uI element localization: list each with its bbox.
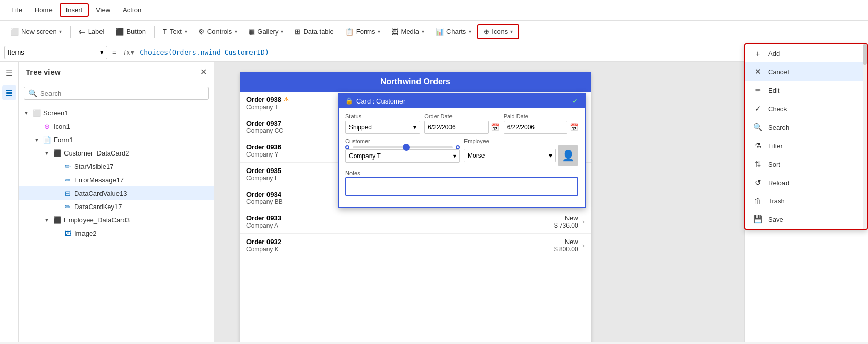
order-row-0933[interactable]: Order 0933 Company A New $ 736.00 ›: [240, 210, 591, 234]
tree-view: ▼ ⬜ Screen1 ▶ ⊕ Icon1 ▼ 📄 Form1 ▼ ⬛ Cust…: [19, 104, 214, 342]
tree-item-customer-datacard2[interactable]: ▼ ⬛ Customer_DataCard2: [19, 146, 214, 160]
tree-item-starvisible17[interactable]: ▶ ✏ StarVisible17: [19, 160, 214, 173]
hamburger-icon-button[interactable]: ☰: [2, 66, 16, 80]
order-status-0933: New $ 736.00: [554, 214, 578, 229]
menu-action[interactable]: Action: [118, 4, 146, 16]
sidebar-search-icon: 🔍: [28, 89, 37, 97]
dropdown-item-search[interactable]: 🔍 Search: [745, 118, 867, 136]
app-canvas: Northwind Orders Order 0938 ⚠ Company T …: [240, 72, 591, 342]
new-screen-button[interactable]: ⬜ New screen ▾: [5, 25, 67, 38]
property-select[interactable]: Items ▾: [4, 46, 107, 59]
media-label: Media: [401, 28, 419, 36]
text-button[interactable]: T Text ▾: [158, 25, 192, 38]
dropdown-item-reload-label: Reload: [768, 179, 789, 187]
dropdown-item-check[interactable]: ✓ Check: [745, 99, 867, 118]
toolbar-divider-1: [70, 26, 71, 38]
forms-button[interactable]: 📋 Forms ▾: [340, 25, 386, 38]
gallery-button[interactable]: ▦ Gallery ▾: [243, 25, 289, 38]
tree-item-form1[interactable]: ▼ 📄 Form1: [19, 133, 214, 146]
card-paid-date-label: Paid Date: [504, 113, 578, 119]
image2-icon: 🖼: [63, 230, 72, 237]
card-body: Status Shipped ▾ Order Date 📅: [339, 108, 585, 207]
card-status-select[interactable]: Shipped ▾: [345, 121, 420, 134]
property-select-value: Items: [8, 48, 24, 56]
save-icon: 💾: [753, 215, 763, 224]
charts-button[interactable]: 📊 Charts ▾: [430, 25, 476, 38]
tree-item-errormessage17[interactable]: ▶ ✏ ErrorMessage17: [19, 173, 214, 186]
order-id-0932: Order 0932: [246, 238, 554, 246]
dropdown-item-trash[interactable]: 🗑 Trash: [745, 192, 867, 210]
fx-button[interactable]: fx ▾: [122, 48, 137, 56]
icons-chevron: ▾: [510, 29, 513, 35]
calendar-icon-order[interactable]: 📅: [491, 123, 499, 131]
card-row-customer: Customer Company T ▾: [345, 138, 578, 166]
calendar-icon-paid[interactable]: 📅: [570, 123, 578, 131]
menu-home[interactable]: Home: [29, 4, 58, 16]
layers-icon-button[interactable]: [2, 85, 16, 100]
check-icon: ✓: [753, 104, 763, 113]
card-order-date-input[interactable]: [424, 121, 488, 134]
media-button[interactable]: 🖼 Media ▾: [387, 25, 429, 38]
dropdown-item-reload[interactable]: ↺ Reload: [745, 174, 867, 192]
dropdown-item-add[interactable]: + Add: [745, 44, 867, 62]
forms-icon: 📋: [345, 28, 354, 36]
dropdown-item-sort[interactable]: ⇅ Sort: [745, 155, 867, 174]
sidebar-search-input[interactable]: [40, 90, 204, 97]
gallery-chevron: ▾: [281, 29, 283, 35]
controls-icon: ⚙: [198, 28, 205, 36]
button-button[interactable]: ⬛ Button: [110, 25, 151, 38]
card-status-value: Shipped: [349, 124, 372, 131]
dropdown-item-save[interactable]: 💾 Save: [745, 210, 867, 229]
sidebar-search-box[interactable]: 🔍: [24, 87, 209, 100]
card-field-employee: Employee Morse ▾ 👤: [464, 138, 578, 166]
dropdown-item-cancel-label: Cancel: [768, 68, 789, 76]
gallery-icon: ▦: [248, 28, 255, 36]
tree-item-image2[interactable]: ▶ 🖼 Image2: [19, 227, 214, 240]
card-notes-input[interactable]: [345, 177, 578, 196]
card-customer-slider-row: [345, 145, 460, 149]
tree-arrow-datacardkey17: ▶: [55, 204, 61, 210]
slider-dot-left: [345, 145, 349, 149]
customer-slider[interactable]: [353, 146, 453, 148]
card-employee-arrow: ▾: [549, 152, 552, 159]
tree-label-datacardkey17: DataCardKey17: [74, 203, 122, 211]
card-customer-select[interactable]: Company T ▾: [345, 149, 460, 163]
toolbar: ⬜ New screen ▾ 🏷 Label ⬛ Button T Text ▾…: [0, 21, 868, 43]
tree-label-icon1: Icon1: [54, 123, 70, 130]
dropdown-item-save-label: Save: [768, 216, 783, 223]
card-header-left: 🔒 Card : Customer: [345, 97, 405, 105]
sort-icon: ⇅: [753, 160, 763, 169]
dropdown-item-edit[interactable]: ✏ Edit: [745, 81, 867, 99]
dropdown-item-cancel[interactable]: ✕ Cancel: [745, 62, 867, 81]
sidebar-close-icon[interactable]: ✕: [200, 67, 207, 77]
app-title: Northwind Orders: [240, 72, 591, 92]
menu-file[interactable]: File: [6, 4, 27, 16]
tree-item-datacardkey17[interactable]: ▶ ✏ DataCardKey17: [19, 200, 214, 213]
tree-item-employee-datacard3[interactable]: ▼ ⬛ Employee_DataCard3: [19, 213, 214, 227]
formula-bar: Items ▾ = fx ▾: [0, 43, 868, 62]
sidebar: Tree view ✕ 🔍 ▼ ⬜ Screen1 ▶ ⊕ Icon1: [19, 62, 214, 342]
icons-button[interactable]: ⊕ Icons ▾: [477, 24, 519, 39]
tree-item-icon1[interactable]: ▶ ⊕ Icon1: [19, 119, 214, 133]
tree-arrow-starvisible17: ▶: [55, 164, 61, 169]
left-icons-panel: ☰: [0, 62, 19, 342]
tree-item-screen1[interactable]: ▼ ⬜ Screen1: [19, 106, 214, 119]
dropdown-item-filter[interactable]: ⚗ Filter: [745, 136, 867, 155]
order-row-0932[interactable]: Order 0932 Company K New $ 800.00 ›: [240, 234, 591, 257]
card-employee-select[interactable]: Morse ▾: [464, 149, 556, 162]
label-button[interactable]: 🏷 Label: [74, 25, 110, 38]
toolbar-divider-2: [154, 26, 155, 38]
icons-label: Icons: [492, 28, 508, 36]
tree-item-datacardvalue13[interactable]: ▶ ⊟ DataCardValue13: [19, 186, 214, 200]
menu-insert[interactable]: Insert: [60, 3, 89, 17]
menu-view[interactable]: View: [91, 4, 115, 16]
card-title: Card : Customer: [356, 97, 405, 105]
slider-dot-right: [456, 145, 460, 149]
dropdown-scrollbar[interactable]: [863, 44, 867, 229]
controls-button[interactable]: ⚙ Controls ▾: [193, 25, 242, 38]
dropdown-scrollbar-thumb: [863, 44, 867, 65]
charts-chevron: ▾: [469, 29, 471, 35]
data-table-button[interactable]: ⊞ Data table: [290, 25, 339, 38]
card-paid-date-input[interactable]: [504, 121, 567, 134]
charts-label: Charts: [446, 28, 466, 36]
